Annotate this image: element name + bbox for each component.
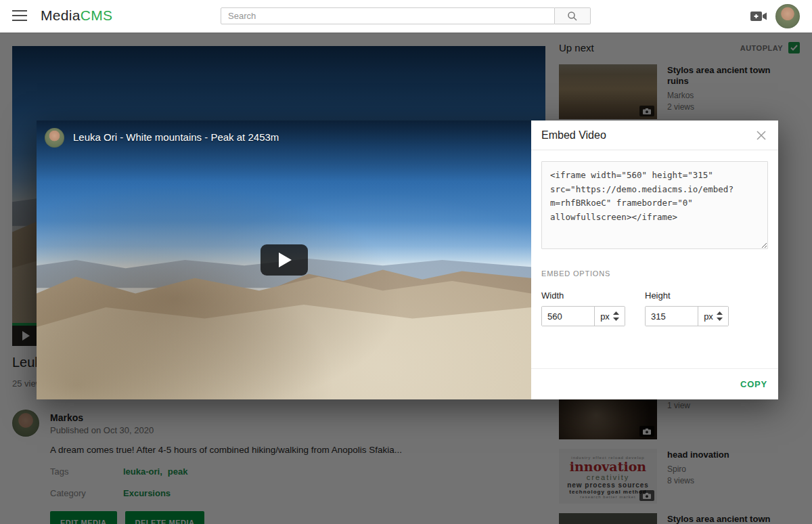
search-input[interactable] bbox=[221, 7, 555, 24]
user-avatar[interactable] bbox=[775, 4, 800, 28]
close-icon bbox=[756, 130, 767, 141]
preview-title-bar: Leuka Ori - White mountains - Peak at 24… bbox=[37, 121, 531, 181]
play-icon bbox=[279, 253, 292, 267]
width-input[interactable] bbox=[542, 307, 594, 326]
logo-media-text: Media bbox=[41, 7, 81, 23]
search-button[interactable] bbox=[555, 7, 591, 24]
embed-options-heading: EMBED OPTIONS bbox=[541, 269, 768, 278]
app-logo[interactable]: MediaCMS bbox=[41, 7, 112, 24]
upload-media-button[interactable] bbox=[750, 9, 767, 26]
preview-author-avatar[interactable] bbox=[45, 128, 64, 148]
width-field: Width px bbox=[541, 290, 625, 326]
search-bar bbox=[221, 7, 591, 24]
height-unit-select[interactable]: px bbox=[698, 307, 728, 326]
embed-options-panel: Embed Video <iframe width="560" height="… bbox=[531, 121, 778, 399]
width-unit-select[interactable]: px bbox=[594, 307, 625, 326]
copy-button[interactable]: COPY bbox=[740, 379, 767, 389]
embed-preview-player[interactable]: Leuka Ori - White mountains - Peak at 24… bbox=[37, 121, 531, 399]
search-icon bbox=[567, 11, 578, 22]
video-camera-plus-icon bbox=[750, 9, 767, 23]
spinner-arrows-icon bbox=[717, 311, 723, 321]
height-unit-value: px bbox=[704, 311, 713, 322]
top-app-bar: MediaCMS bbox=[0, 0, 812, 32]
embed-code-textarea[interactable]: <iframe width="560" height="315" src="ht… bbox=[541, 161, 768, 249]
height-field: Height px bbox=[645, 290, 729, 326]
width-unit-value: px bbox=[600, 311, 610, 322]
logo-cms-text: CMS bbox=[81, 7, 113, 23]
preview-play-button[interactable] bbox=[261, 244, 308, 276]
height-label: Height bbox=[645, 290, 729, 301]
embed-video-modal: Leuka Ori - White mountains - Peak at 24… bbox=[37, 121, 778, 399]
spinner-arrows-icon bbox=[613, 311, 619, 321]
preview-video-title[interactable]: Leuka Ori - White mountains - Peak at 24… bbox=[73, 131, 279, 143]
close-modal-button[interactable] bbox=[754, 129, 768, 142]
modal-title: Embed Video bbox=[541, 129, 606, 141]
menu-icon[interactable] bbox=[12, 10, 27, 21]
height-input[interactable] bbox=[646, 307, 698, 326]
width-label: Width bbox=[541, 290, 625, 301]
